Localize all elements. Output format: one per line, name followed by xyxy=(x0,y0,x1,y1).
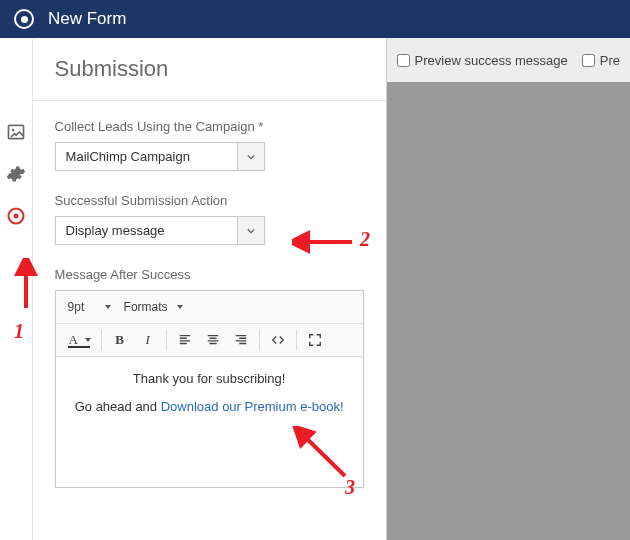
italic-button[interactable]: I xyxy=(135,328,161,352)
toolbar-row-1: 9pt Formats xyxy=(56,291,363,324)
success-line-1: Thank you for subscribing! xyxy=(68,369,351,389)
formats-dropdown[interactable]: Formats xyxy=(118,295,188,319)
action-select[interactable]: Display message xyxy=(55,216,265,245)
app-header: New Form xyxy=(0,0,630,38)
campaign-label: Collect Leads Using the Campaign * xyxy=(55,119,364,134)
separator xyxy=(259,330,260,350)
message-label: Message After Success xyxy=(55,267,364,282)
svg-point-3 xyxy=(13,214,18,219)
preview-toolbar: Preview success message Pre xyxy=(387,38,630,82)
campaign-select[interactable]: MailChimp Campaign xyxy=(55,142,265,171)
preview-success-checkbox[interactable]: Preview success message xyxy=(397,53,568,68)
fullscreen-button[interactable] xyxy=(302,328,328,352)
download-link[interactable]: Download our Premium e-book! xyxy=(161,399,344,414)
bold-button[interactable]: B xyxy=(107,328,133,352)
image-icon[interactable] xyxy=(6,122,26,142)
app-logo-icon xyxy=(14,9,34,29)
preview-success-input[interactable] xyxy=(397,54,410,67)
preview-pane: Preview success message Pre xyxy=(387,38,630,540)
sidebar xyxy=(0,38,33,540)
editor-content[interactable]: Thank you for subscribing! Go ahead and … xyxy=(56,357,363,487)
separator xyxy=(166,330,167,350)
code-button[interactable] xyxy=(265,328,291,352)
panel-title: Submission xyxy=(33,38,386,100)
editor-toolbar: 9pt Formats A B I xyxy=(56,291,363,357)
svg-point-1 xyxy=(12,129,14,132)
action-field: Successful Submission Action Display mes… xyxy=(55,193,364,245)
action-label: Successful Submission Action xyxy=(55,193,364,208)
campaign-value: MailChimp Campaign xyxy=(55,142,237,171)
font-size-dropdown[interactable]: 9pt xyxy=(62,295,116,319)
page-title: New Form xyxy=(48,9,126,29)
gear-icon[interactable] xyxy=(6,164,26,184)
preview-other-checkbox[interactable]: Pre xyxy=(582,53,620,68)
align-center-button[interactable] xyxy=(200,328,226,352)
form-body: Collect Leads Using the Campaign * MailC… xyxy=(33,101,386,516)
chevron-down-icon[interactable] xyxy=(237,216,265,245)
text-color-button[interactable]: A xyxy=(62,328,96,352)
preview-other-input[interactable] xyxy=(582,54,595,67)
action-value: Display message xyxy=(55,216,237,245)
target-icon[interactable] xyxy=(6,206,26,226)
preview-success-label: Preview success message xyxy=(415,53,568,68)
success-line-2: Go ahead and Download our Premium e-book… xyxy=(68,397,351,417)
content-area: Submission Collect Leads Using the Campa… xyxy=(0,38,630,540)
preview-other-label: Pre xyxy=(600,53,620,68)
toolbar-row-2: A B I xyxy=(56,324,363,356)
separator xyxy=(101,330,102,350)
align-left-button[interactable] xyxy=(172,328,198,352)
align-right-button[interactable] xyxy=(228,328,254,352)
chevron-down-icon[interactable] xyxy=(237,142,265,171)
separator xyxy=(296,330,297,350)
success-line-2-prefix: Go ahead and xyxy=(75,399,161,414)
rich-text-editor: 9pt Formats A B I xyxy=(55,290,364,488)
message-field: Message After Success 9pt Formats A B I xyxy=(55,267,364,488)
settings-panel: Submission Collect Leads Using the Campa… xyxy=(33,38,387,540)
campaign-field: Collect Leads Using the Campaign * MailC… xyxy=(55,119,364,171)
